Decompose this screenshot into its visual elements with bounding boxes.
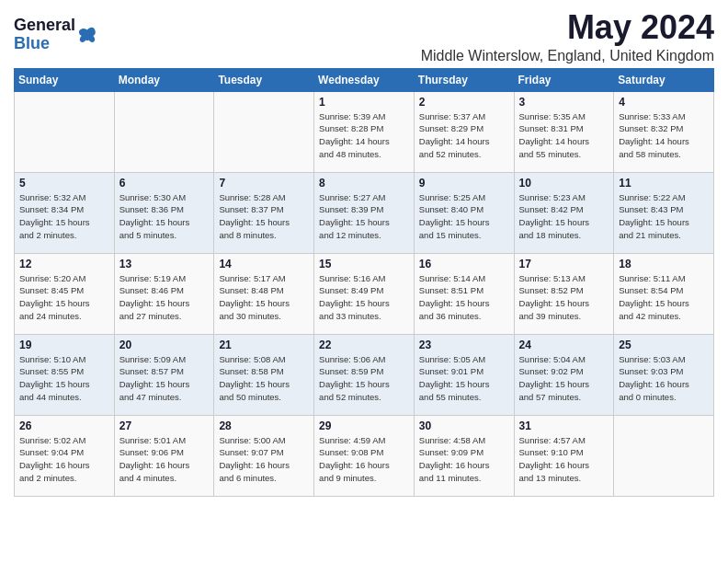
calendar-cell	[15, 91, 115, 172]
day-number: 8	[319, 177, 409, 190]
logo-general-text: General	[14, 17, 75, 35]
day-info: Sunrise: 5:08 AM Sunset: 8:58 PM Dayligh…	[219, 353, 309, 404]
day-number: 26	[19, 419, 109, 432]
header-day-saturday: Saturday	[614, 68, 714, 91]
day-info: Sunrise: 5:33 AM Sunset: 8:32 PM Dayligh…	[619, 110, 709, 161]
calendar-cell: 23Sunrise: 5:05 AM Sunset: 9:01 PM Dayli…	[414, 334, 514, 415]
day-info: Sunrise: 5:14 AM Sunset: 8:51 PM Dayligh…	[419, 272, 509, 323]
calendar-subtitle: Middle Winterslow, England, United Kingd…	[421, 48, 714, 64]
calendar-cell: 1Sunrise: 5:39 AM Sunset: 8:28 PM Daylig…	[314, 91, 415, 172]
day-info: Sunrise: 5:25 AM Sunset: 8:40 PM Dayligh…	[419, 191, 509, 242]
logo-bird-icon	[77, 27, 97, 43]
day-number: 10	[519, 177, 609, 190]
day-info: Sunrise: 5:04 AM Sunset: 9:02 PM Dayligh…	[519, 353, 609, 404]
day-info: Sunrise: 5:00 AM Sunset: 9:07 PM Dayligh…	[219, 434, 309, 485]
header-row: SundayMondayTuesdayWednesdayThursdayFrid…	[15, 68, 714, 91]
day-info: Sunrise: 5:13 AM Sunset: 8:52 PM Dayligh…	[519, 272, 609, 323]
day-number: 17	[519, 258, 609, 270]
calendar-cell: 18Sunrise: 5:11 AM Sunset: 8:54 PM Dayli…	[614, 253, 714, 334]
calendar-cell: 26Sunrise: 5:02 AM Sunset: 9:04 PM Dayli…	[15, 415, 115, 496]
day-info: Sunrise: 5:28 AM Sunset: 8:37 PM Dayligh…	[219, 191, 309, 242]
day-info: Sunrise: 5:06 AM Sunset: 8:59 PM Dayligh…	[319, 353, 409, 404]
calendar-cell: 6Sunrise: 5:30 AM Sunset: 8:36 PM Daylig…	[114, 172, 214, 253]
day-info: Sunrise: 5:30 AM Sunset: 8:36 PM Dayligh…	[119, 191, 210, 242]
day-number: 22	[319, 339, 409, 351]
calendar-cell: 25Sunrise: 5:03 AM Sunset: 9:03 PM Dayli…	[614, 334, 714, 415]
logo-blue-text: Blue	[14, 35, 75, 53]
day-info: Sunrise: 5:32 AM Sunset: 8:34 PM Dayligh…	[19, 191, 109, 242]
calendar-cell: 29Sunrise: 4:59 AM Sunset: 9:08 PM Dayli…	[314, 415, 415, 496]
day-number: 1	[319, 96, 409, 109]
day-number: 4	[619, 96, 709, 109]
day-number: 25	[619, 339, 709, 351]
calendar-cell: 8Sunrise: 5:27 AM Sunset: 8:39 PM Daylig…	[314, 172, 415, 253]
day-info: Sunrise: 5:22 AM Sunset: 8:43 PM Dayligh…	[619, 191, 709, 242]
calendar-cell: 2Sunrise: 5:37 AM Sunset: 8:29 PM Daylig…	[414, 91, 514, 172]
day-number: 28	[219, 419, 309, 432]
header-day-friday: Friday	[514, 68, 614, 91]
calendar-cell: 4Sunrise: 5:33 AM Sunset: 8:32 PM Daylig…	[614, 91, 714, 172]
calendar-cell: 20Sunrise: 5:09 AM Sunset: 8:57 PM Dayli…	[114, 334, 214, 415]
header-day-wednesday: Wednesday	[314, 68, 415, 91]
day-info: Sunrise: 5:09 AM Sunset: 8:57 PM Dayligh…	[119, 353, 210, 404]
day-number: 29	[319, 419, 409, 432]
calendar-cell: 10Sunrise: 5:23 AM Sunset: 8:42 PM Dayli…	[514, 172, 614, 253]
title-area: May 2024 Middle Winterslow, England, Uni…	[421, 9, 714, 64]
calendar-cell: 28Sunrise: 5:00 AM Sunset: 9:07 PM Dayli…	[214, 415, 314, 496]
day-number: 30	[419, 419, 509, 432]
week-row-1: 1Sunrise: 5:39 AM Sunset: 8:28 PM Daylig…	[15, 91, 714, 172]
calendar-cell: 27Sunrise: 5:01 AM Sunset: 9:06 PM Dayli…	[114, 415, 214, 496]
day-info: Sunrise: 4:58 AM Sunset: 9:09 PM Dayligh…	[419, 434, 509, 485]
day-number: 24	[519, 339, 609, 351]
day-number: 23	[419, 339, 509, 351]
day-info: Sunrise: 5:20 AM Sunset: 8:45 PM Dayligh…	[19, 272, 109, 323]
day-info: Sunrise: 4:59 AM Sunset: 9:08 PM Dayligh…	[319, 434, 409, 485]
calendar-cell	[114, 91, 214, 172]
header-day-sunday: Sunday	[15, 68, 115, 91]
week-row-3: 12Sunrise: 5:20 AM Sunset: 8:45 PM Dayli…	[15, 253, 714, 334]
calendar-cell: 30Sunrise: 4:58 AM Sunset: 9:09 PM Dayli…	[414, 415, 514, 496]
day-number: 13	[119, 258, 210, 270]
calendar-cell: 9Sunrise: 5:25 AM Sunset: 8:40 PM Daylig…	[414, 172, 514, 253]
week-row-4: 19Sunrise: 5:10 AM Sunset: 8:55 PM Dayli…	[15, 334, 714, 415]
day-number: 18	[619, 258, 709, 270]
calendar-cell: 16Sunrise: 5:14 AM Sunset: 8:51 PM Dayli…	[414, 253, 514, 334]
day-info: Sunrise: 5:23 AM Sunset: 8:42 PM Dayligh…	[519, 191, 609, 242]
week-row-2: 5Sunrise: 5:32 AM Sunset: 8:34 PM Daylig…	[15, 172, 714, 253]
day-number: 6	[119, 177, 210, 190]
calendar-cell: 7Sunrise: 5:28 AM Sunset: 8:37 PM Daylig…	[214, 172, 314, 253]
day-info: Sunrise: 5:02 AM Sunset: 9:04 PM Dayligh…	[19, 434, 109, 485]
header-day-tuesday: Tuesday	[214, 68, 314, 91]
calendar-cell: 12Sunrise: 5:20 AM Sunset: 8:45 PM Dayli…	[15, 253, 115, 334]
calendar-cell: 5Sunrise: 5:32 AM Sunset: 8:34 PM Daylig…	[15, 172, 115, 253]
calendar-cell: 24Sunrise: 5:04 AM Sunset: 9:02 PM Dayli…	[514, 334, 614, 415]
calendar-table: SundayMondayTuesdayWednesdayThursdayFrid…	[14, 68, 714, 497]
day-info: Sunrise: 5:17 AM Sunset: 8:48 PM Dayligh…	[219, 272, 309, 323]
day-info: Sunrise: 5:37 AM Sunset: 8:29 PM Dayligh…	[419, 110, 509, 161]
day-number: 5	[19, 177, 109, 190]
calendar-cell: 13Sunrise: 5:19 AM Sunset: 8:46 PM Dayli…	[114, 253, 214, 334]
day-number: 2	[419, 96, 509, 109]
day-info: Sunrise: 5:10 AM Sunset: 8:55 PM Dayligh…	[19, 353, 109, 404]
day-info: Sunrise: 5:35 AM Sunset: 8:31 PM Dayligh…	[519, 110, 609, 161]
day-info: Sunrise: 5:27 AM Sunset: 8:39 PM Dayligh…	[319, 191, 409, 242]
logo: General Blue	[14, 17, 97, 53]
day-info: Sunrise: 5:16 AM Sunset: 8:49 PM Dayligh…	[319, 272, 409, 323]
calendar-cell: 31Sunrise: 4:57 AM Sunset: 9:10 PM Dayli…	[514, 415, 614, 496]
calendar-cell	[614, 415, 714, 496]
day-number: 21	[219, 339, 309, 351]
day-number: 11	[619, 177, 709, 190]
header-day-monday: Monday	[114, 68, 214, 91]
day-info: Sunrise: 5:11 AM Sunset: 8:54 PM Dayligh…	[619, 272, 709, 323]
day-info: Sunrise: 5:03 AM Sunset: 9:03 PM Dayligh…	[619, 353, 709, 404]
day-number: 20	[119, 339, 210, 351]
day-number: 3	[519, 96, 609, 109]
calendar-cell: 22Sunrise: 5:06 AM Sunset: 8:59 PM Dayli…	[314, 334, 415, 415]
day-number: 16	[419, 258, 509, 270]
calendar-cell: 11Sunrise: 5:22 AM Sunset: 8:43 PM Dayli…	[614, 172, 714, 253]
calendar-cell	[214, 91, 314, 172]
day-number: 19	[19, 339, 109, 351]
calendar-cell: 21Sunrise: 5:08 AM Sunset: 8:58 PM Dayli…	[214, 334, 314, 415]
calendar-cell: 3Sunrise: 5:35 AM Sunset: 8:31 PM Daylig…	[514, 91, 614, 172]
week-row-5: 26Sunrise: 5:02 AM Sunset: 9:04 PM Dayli…	[15, 415, 714, 496]
